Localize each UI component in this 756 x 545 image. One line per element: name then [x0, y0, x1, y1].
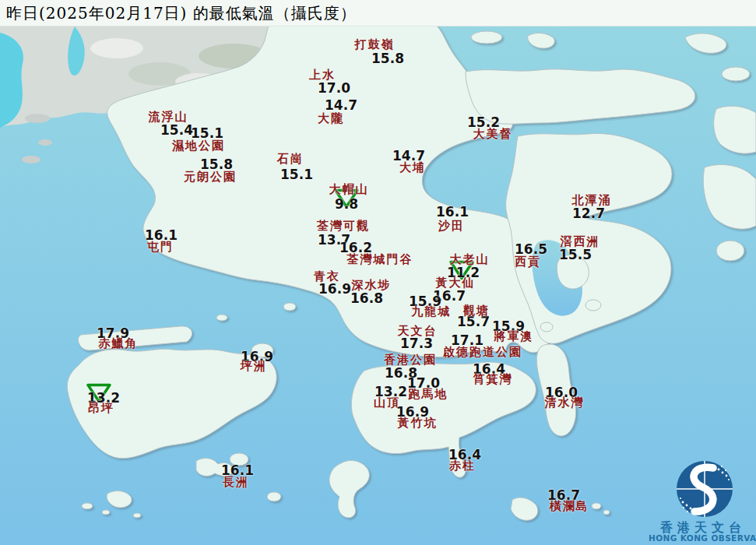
- station-name: 坪洲: [241, 359, 267, 374]
- waglan-island: [592, 503, 601, 509]
- station-name: 黃竹坑: [398, 416, 438, 431]
- station-name: 荃灣可觀: [317, 219, 370, 234]
- island: [722, 67, 750, 81]
- station-name: 滘西洲: [561, 234, 600, 249]
- islet: [283, 303, 296, 311]
- station-name: 流浮山: [149, 110, 188, 125]
- station-name: 將軍澳: [494, 329, 534, 344]
- island: [471, 31, 502, 44]
- hko-name-english: HONG KONG OBSERVATORY: [649, 533, 756, 543]
- station-name: 觀塘: [463, 304, 490, 318]
- station-value: 15.1: [280, 167, 313, 182]
- station-name: 九龍城: [412, 304, 452, 319]
- station-name: 黃大仙: [436, 276, 476, 290]
- island: [585, 300, 601, 311]
- station-name: 北潭涌: [572, 193, 612, 208]
- island: [716, 241, 744, 261]
- station-name: 濕地公園: [172, 139, 225, 153]
- min-temp-map: 昨日(2025年02月17日) 的最低氣溫（攝氏度） 15.8打鼓嶺17.0上水…: [0, 0, 756, 545]
- station-name: 屯門: [147, 240, 174, 255]
- station-name: 跑馬地: [409, 387, 448, 402]
- station-name: 大美督: [473, 127, 513, 142]
- station-name: 石崗: [277, 152, 304, 167]
- station-name: 長洲: [223, 475, 249, 490]
- station-name: 大老山: [450, 252, 490, 267]
- islet: [102, 510, 110, 515]
- station-name: 天文台: [398, 324, 438, 339]
- station-name: 清水灣: [545, 396, 585, 410]
- station-name: 大隴: [318, 111, 344, 126]
- island: [603, 510, 610, 515]
- title-text: 昨日(2025年02月17日) 的最低氣溫（攝氏度）: [6, 3, 357, 24]
- station-value: 16.8: [350, 290, 383, 306]
- station-name: 啟德跑道公園: [443, 345, 522, 360]
- station-name: 赤柱: [449, 459, 476, 473]
- station-name: 昂坪: [88, 401, 114, 416]
- station-name: 青衣: [314, 269, 340, 284]
- station-name: 荃灣城門谷: [347, 252, 413, 267]
- station-name: 上水: [309, 68, 336, 83]
- station-name: 元朗公園: [184, 170, 237, 185]
- station-name: 西貢: [515, 255, 541, 269]
- station-value: 17.0: [318, 80, 350, 96]
- island: [540, 322, 553, 332]
- station-value: 16.1: [436, 204, 469, 220]
- hong-kong-map: [0, 0, 756, 545]
- hko-logo: 香港天文台 HONG KONG OBSERVATORY: [650, 458, 756, 545]
- station-name: 香港公園: [384, 353, 437, 367]
- islet: [82, 503, 93, 509]
- station-value: 9.8: [335, 196, 358, 212]
- station-name: 大帽山: [329, 182, 369, 197]
- station-name: 大埔: [399, 160, 426, 175]
- station-value: 15.4: [160, 122, 193, 138]
- islet: [216, 315, 227, 321]
- station-name: 沙田: [438, 219, 465, 234]
- station-name: 打鼓嶺: [355, 37, 395, 52]
- station-name: 深水埗: [352, 278, 392, 293]
- station-name: 筲箕灣: [473, 372, 513, 387]
- map-title: 昨日(2025年02月17日) 的最低氣溫（攝氏度）: [0, 0, 756, 26]
- station-value: 15.8: [371, 51, 404, 66]
- hko-logo-symbol: [650, 458, 756, 522]
- station-name: 橫瀾島: [550, 499, 589, 514]
- station-name: 赤鱲角: [99, 336, 139, 351]
- islet: [133, 513, 141, 518]
- station-value: 12.7: [572, 206, 605, 221]
- island: [267, 492, 281, 501]
- station-value: 15.5: [559, 247, 592, 262]
